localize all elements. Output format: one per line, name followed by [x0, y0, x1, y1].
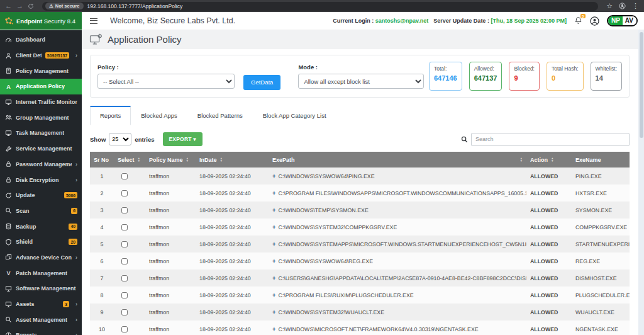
- column-header-action[interactable]: Action▲▼: [526, 152, 572, 168]
- sort-icon[interactable]: ▲▼: [551, 157, 554, 162]
- tab-reports[interactable]: Reports: [90, 106, 131, 125]
- table-row: 8traffmon18-09-2025 02:24:40+C:\PROGRAM …: [90, 287, 630, 304]
- cell-select: [114, 202, 145, 219]
- column-header-select[interactable]: Select▲▼: [114, 152, 145, 168]
- search-input[interactable]: [471, 133, 630, 146]
- exepath-text: C:\USERS\GANESHG\APPDATA\LOCAL\TEMP\2AC5…: [279, 275, 526, 281]
- row-checkbox[interactable]: [121, 241, 128, 247]
- cell-exename: SYSMON.EXE: [572, 202, 630, 219]
- sidebar-item-shield[interactable]: Shield20: [0, 234, 82, 250]
- row-checkbox[interactable]: [121, 190, 128, 196]
- expand-icon[interactable]: +: [272, 309, 276, 315]
- stat-value: 647146: [434, 74, 457, 82]
- expand-icon[interactable]: +: [272, 292, 276, 298]
- sidebar-item-internet-traffic-monitor[interactable]: Internet Traffic Monitor: [0, 94, 82, 110]
- sidebar-item-update[interactable]: Update5006: [0, 188, 82, 203]
- sidebar-item-label: Reports: [16, 332, 37, 335]
- sidebar-item-software-management[interactable]: Software Management: [0, 281, 82, 297]
- device-icon: [4, 254, 12, 261]
- expand-icon[interactable]: +: [272, 258, 276, 264]
- expand-icon[interactable]: +: [272, 326, 276, 332]
- browser-profile-icon[interactable]: [619, 3, 626, 9]
- bookmark-star-icon[interactable]: ☆: [606, 2, 613, 10]
- expand-icon[interactable]: +: [272, 275, 276, 281]
- expand-icon[interactable]: +: [272, 207, 276, 213]
- expand-icon[interactable]: +: [272, 173, 276, 179]
- getdata-button[interactable]: GetData: [243, 75, 280, 90]
- scrollbar-thumb[interactable]: [640, 32, 643, 138]
- sidebar-item-asset-management[interactable]: Asset Management›: [0, 312, 82, 327]
- cell-policy-name: traffmon: [145, 236, 196, 253]
- sidebar-item-label: Password Management: [16, 161, 72, 168]
- sidebar-item-backup[interactable]: Backup40: [0, 219, 82, 234]
- sidebar-item-client-details[interactable]: Client Details5092/5157›: [0, 48, 82, 64]
- sidebar-item-assets[interactable]: Assets3›: [0, 297, 82, 312]
- policy-form-card: Policy : -- Select All -- GetData Mode :…: [90, 55, 630, 98]
- sidebar-item-label: Update: [16, 192, 35, 198]
- expand-icon[interactable]: +: [272, 224, 276, 230]
- stat-value: 647137: [474, 74, 497, 82]
- back-icon[interactable]: ←: [5, 0, 12, 12]
- page-size-select[interactable]: 25: [109, 133, 131, 145]
- cell-exename: DISMHOST.EXE: [572, 270, 630, 287]
- browser-menu-icon[interactable]: ⋮: [632, 2, 639, 10]
- sidebar-item-application-policy[interactable]: AApplication Policy: [0, 79, 82, 94]
- sidebar-item-scan[interactable]: Scan6: [0, 203, 82, 219]
- page-scrollbar[interactable]: [638, 30, 644, 335]
- sidebar-item-dashboard[interactable]: Dashboard: [0, 32, 82, 48]
- column-header-policy-name[interactable]: Policy Name▲▼: [145, 152, 196, 168]
- table-row: 3traffmon18-09-2025 02:24:40+C:\WINDOWS\…: [90, 202, 630, 219]
- cell-policy-name: traffmon: [145, 219, 196, 236]
- not-secure-badge[interactable]: ⚠ Not secure: [45, 3, 84, 9]
- notifications-button[interactable]: 3: [574, 16, 582, 25]
- row-checkbox[interactable]: [121, 275, 128, 281]
- wrench-icon: [4, 145, 12, 152]
- forward-icon[interactable]: →: [16, 0, 23, 12]
- sort-icon[interactable]: ▲▼: [220, 157, 223, 162]
- sort-icon[interactable]: ▲▼: [186, 157, 189, 162]
- user-profile-icon[interactable]: [590, 16, 599, 26]
- row-checkbox[interactable]: [121, 326, 128, 332]
- sidebar-item-task-management[interactable]: Task Management: [0, 125, 82, 141]
- column-header-exepath[interactable]: ExePath▲▼: [269, 152, 526, 168]
- row-checkbox[interactable]: [121, 207, 128, 213]
- row-checkbox[interactable]: [121, 258, 128, 264]
- tab-block-app-category-list[interactable]: Block App Category List: [253, 106, 336, 125]
- tab-blocked-patterns[interactable]: Blocked Patterns: [187, 106, 253, 125]
- row-checkbox[interactable]: [121, 173, 128, 179]
- expand-icon[interactable]: +: [272, 190, 276, 196]
- cell-exepath: +C:\USERS\GANESHG\APPDATA\LOCAL\TEMP\2AC…: [269, 270, 526, 287]
- address-bar[interactable]: ⚠ Not secure 192.168.100.137:7777/Applic…: [42, 2, 598, 11]
- cell-indate: 18-09-2025 02:24:40: [196, 270, 269, 287]
- sidebar-item-advance-device-control[interactable]: Advance Device Control›: [0, 250, 82, 266]
- sidebar-item-reports[interactable]: Reports›: [0, 327, 82, 335]
- cell-exename: COMPPKGSRV.EXE: [572, 219, 630, 236]
- row-checkbox[interactable]: [121, 309, 128, 315]
- letter-a-icon: A: [4, 83, 12, 90]
- sidebar-item-policy-management[interactable]: Policy Management: [0, 63, 82, 79]
- cell-indate: 18-09-2025 02:24:40: [196, 236, 269, 253]
- expand-icon[interactable]: +: [272, 241, 276, 247]
- cell-exepath: +C:\WINDOWS\TEMP\SYSMON.EXE: [269, 202, 526, 219]
- row-checkbox[interactable]: [121, 292, 128, 298]
- sidebar-item-password-management[interactable]: Password Management›: [0, 157, 82, 173]
- export-button[interactable]: EXPORT ▾: [163, 132, 203, 146]
- policy-select[interactable]: -- Select All --: [97, 74, 235, 89]
- column-header-indate[interactable]: InDate▲▼: [196, 152, 269, 168]
- row-checkbox[interactable]: [121, 224, 128, 230]
- count-badge: 6: [71, 208, 77, 214]
- sidebar-item-group-management[interactable]: Group Management: [0, 110, 82, 125]
- stat-card-whitelist: Whitelist:14: [591, 62, 622, 91]
- tab-blocked-apps[interactable]: Blocked Apps: [131, 106, 187, 125]
- sort-icon[interactable]: ▲▼: [519, 157, 523, 162]
- sidebar-item-service-management[interactable]: Service Management: [0, 141, 82, 157]
- sidebar-item-label: Client Details: [16, 52, 42, 59]
- mode-select[interactable]: Allow all except block list: [298, 74, 424, 89]
- sidebar-item-disk-encryption[interactable]: Disk Encryption›: [0, 172, 82, 188]
- stat-card-allowed: Allowed:647137: [469, 62, 502, 91]
- reload-icon[interactable]: [28, 3, 34, 9]
- sort-icon[interactable]: ▲▼: [138, 157, 141, 162]
- sidebar-item-patch-management[interactable]: VPatch Management: [0, 265, 82, 281]
- sidebar-toggle-icon[interactable]: [90, 18, 97, 24]
- not-secure-label: Not secure: [55, 3, 80, 9]
